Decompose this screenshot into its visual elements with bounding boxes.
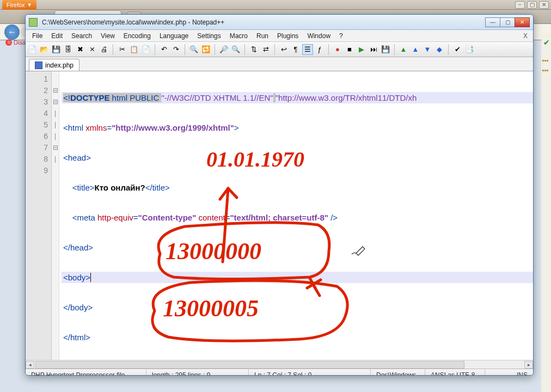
menu-encoding[interactable]: Encoding xyxy=(119,31,155,41)
scroll-track[interactable] xyxy=(35,361,523,369)
close-all-icon[interactable]: ⨯ xyxy=(87,44,97,55)
title-bar[interactable]: C:\WebServers\home\mysite.local\www\inde… xyxy=(26,15,533,30)
zoom-in-icon[interactable]: 🔎 xyxy=(218,44,229,55)
os-maximize-button[interactable]: ▢ xyxy=(527,1,537,9)
menu-run[interactable]: Run xyxy=(252,31,273,41)
redo-icon[interactable]: ↷ xyxy=(170,44,181,55)
editor-area[interactable]: 123 456 789 ⊟⊟|||⊟| <!DOCTYPE html PUBLI… xyxy=(26,71,533,360)
firefox-menu-button[interactable]: Firefox ▼ xyxy=(2,0,36,10)
tri1-icon[interactable]: ▲ xyxy=(398,44,409,55)
spell-icon[interactable]: ✔ xyxy=(452,44,463,55)
menu-view[interactable]: View xyxy=(96,31,119,41)
fold-gutter[interactable]: ⊟⊟|||⊟| xyxy=(52,71,59,360)
toolbar: 📄 📂 💾 🗄 ✖ ⨯ 🖨 ✂ 📋 📄 ↶ ↷ 🔍 🔁 🔎 🔍 ⇅ ⇄ ↩ ¶ … xyxy=(26,42,533,57)
firefox-menu-label: Firefox xyxy=(7,2,25,8)
app-icon xyxy=(29,18,38,27)
menu-help[interactable]: ? xyxy=(335,31,347,41)
record-icon[interactable]: ● xyxy=(332,44,343,55)
menu-edit[interactable]: Edit xyxy=(47,31,67,41)
menu-macro[interactable]: Macro xyxy=(225,31,252,41)
save-icon[interactable]: 💾 xyxy=(51,44,62,55)
undo-icon[interactable]: ↶ xyxy=(158,44,169,55)
menu-file[interactable]: File xyxy=(28,31,47,41)
menu-language[interactable]: Language xyxy=(155,31,193,41)
code-view[interactable]: <!DOCTYPE html PUBLIC "-//W3C//DTD XHTML… xyxy=(59,71,533,360)
print-icon[interactable]: 🖨 xyxy=(99,44,109,55)
menu-bar: File Edit Search View Encoding Language … xyxy=(26,30,533,42)
menu-window[interactable]: Window xyxy=(303,31,335,41)
file-tab[interactable]: index.php xyxy=(29,59,79,71)
close-button[interactable]: ✕ xyxy=(515,17,530,27)
open-file-icon[interactable]: 📂 xyxy=(39,44,50,55)
scroll-left-button[interactable]: ◂ xyxy=(26,361,34,369)
addon-indicator[interactable]: ⦸ Disa xyxy=(5,39,26,46)
sync-h-icon[interactable]: ⇄ xyxy=(260,44,271,55)
disk-icon xyxy=(35,62,42,69)
show-all-icon[interactable]: ¶ xyxy=(290,44,301,55)
minimize-button[interactable]: — xyxy=(485,17,500,27)
func-icon[interactable]: ƒ xyxy=(314,44,325,55)
line-gutter: 123 456 789 xyxy=(26,71,52,360)
os-close-button[interactable]: ✕ xyxy=(539,1,549,9)
play-multi-icon[interactable]: ⏭ xyxy=(368,44,379,55)
mdi-close-button[interactable]: X xyxy=(520,31,531,41)
window-title: C:\WebServers\home\mysite.local\www\inde… xyxy=(42,19,486,26)
zoom-out-icon[interactable]: 🔍 xyxy=(230,44,241,55)
os-minimize-button[interactable]: − xyxy=(515,1,525,9)
save-macro-icon[interactable]: 💾 xyxy=(380,44,391,55)
paste-icon[interactable]: 📄 xyxy=(140,44,151,55)
addon-label: Disa xyxy=(14,39,26,46)
cut-icon[interactable]: ✂ xyxy=(117,44,127,55)
menu-plugins[interactable]: Plugins xyxy=(273,31,303,41)
grid-icon xyxy=(542,54,550,60)
wrap-icon[interactable]: ↩ xyxy=(278,44,289,55)
disabled-icon: ⦸ xyxy=(5,39,12,46)
notepadpp-window: C:\WebServers\home\mysite.local\www\inde… xyxy=(25,14,534,376)
tri2-icon[interactable]: ▲ xyxy=(410,44,421,55)
doc-icon[interactable]: 📑 xyxy=(464,44,475,55)
stop-icon[interactable]: ■ xyxy=(344,44,355,55)
tri3-icon[interactable]: ▼ xyxy=(422,44,433,55)
close-file-icon[interactable]: ✖ xyxy=(75,44,85,55)
back-button[interactable]: ← xyxy=(4,24,20,40)
check-icon: ✔ xyxy=(543,38,550,47)
save-all-icon[interactable]: 🗄 xyxy=(63,44,74,55)
menu-search[interactable]: Search xyxy=(67,31,96,41)
copy-icon[interactable]: 📋 xyxy=(128,44,139,55)
play-icon[interactable]: ▶ xyxy=(356,44,367,55)
pen-cursor-icon xyxy=(351,246,366,256)
sync-v-icon[interactable]: ⇅ xyxy=(248,44,259,55)
horizontal-scrollbar[interactable]: ◂ ▸ xyxy=(26,360,533,369)
indent-guide-icon[interactable]: ☰ xyxy=(302,44,313,55)
chevron-down-icon: ▼ xyxy=(27,2,32,8)
new-file-icon[interactable]: 📄 xyxy=(27,44,38,55)
scroll-thumb[interactable] xyxy=(35,361,464,369)
find-icon[interactable]: 🔍 xyxy=(188,44,199,55)
menu-settings[interactable]: Settings xyxy=(193,31,225,41)
replace-icon[interactable]: 🔁 xyxy=(200,44,211,55)
file-tab-label: index.php xyxy=(45,62,74,69)
maximize-button[interactable]: ▢ xyxy=(500,17,515,27)
tri4-icon[interactable]: ◆ xyxy=(434,44,445,55)
